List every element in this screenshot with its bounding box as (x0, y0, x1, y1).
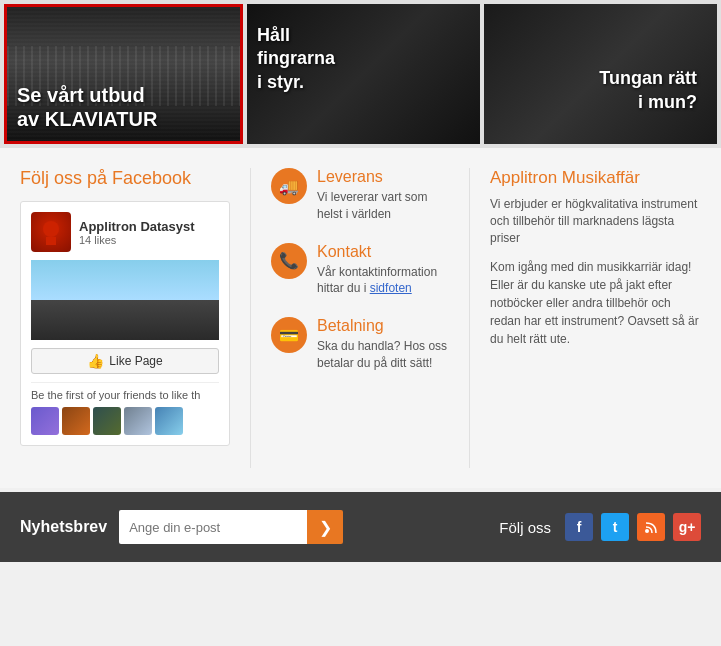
services-section: 🚚 Leverans Vi levererar vart som helst i… (250, 168, 470, 468)
follow-label: Följ oss (499, 519, 551, 536)
service-leverans-content: Leverans Vi levererar vart som helst i v… (317, 168, 449, 223)
about-section: Applitron Musikaffär Vi erbjuder er högk… (470, 168, 701, 468)
like-page-button[interactable]: 👍 Like Page (31, 348, 219, 374)
service-leverans-desc: Vi levererar vart som helst i världen (317, 189, 449, 223)
arrow-right-icon: ❯ (319, 518, 332, 537)
newsletter-label: Nyhetsbrev (20, 518, 107, 536)
rss-icon-svg (644, 520, 658, 534)
hero-banner-1[interactable]: Se vårt utbud av KLAVIATUR (4, 4, 243, 144)
fb-friend-avatars (31, 407, 219, 435)
banner3-text: Tungan rätt i mun? (484, 57, 707, 124)
service-betalning: 💳 Betalning Ska du handla? Hos oss betal… (271, 317, 449, 372)
hero-banner-3[interactable]: Tungan rätt i mun? (484, 4, 717, 144)
googleplus-social-icon[interactable]: g+ (673, 513, 701, 541)
service-leverans-title: Leverans (317, 168, 449, 186)
facebook-thumb-icon: 👍 (87, 353, 104, 369)
fb-cover-image (31, 260, 219, 340)
friend-avatar-1 (31, 407, 59, 435)
svg-rect-1 (46, 237, 56, 245)
social-section: Följ oss f t g+ (499, 513, 701, 541)
service-kontakt-content: Kontakt Vår kontaktinformation hittar du… (317, 243, 449, 298)
applitron-logo-icon (36, 217, 66, 247)
about-subtitle: Vi erbjuder er högkvalitativa instrument… (490, 196, 701, 246)
newsletter-submit-button[interactable]: ❯ (307, 510, 343, 544)
service-kontakt-title: Kontakt (317, 243, 449, 261)
banner1-text: Se vårt utbud av KLAVIATUR (7, 73, 240, 141)
friend-avatar-2 (62, 407, 90, 435)
facebook-widget: Applitron Datasyst 14 likes 👍 Like Page … (20, 201, 230, 446)
footer: Nyhetsbrev ❯ Följ oss f t g+ (0, 492, 721, 562)
service-kontakt: 📞 Kontakt Vår kontaktinformation hittar … (271, 243, 449, 298)
service-betalning-content: Betalning Ska du handla? Hos oss betalar… (317, 317, 449, 372)
fb-likes-count: 14 likes (79, 234, 195, 246)
svg-point-0 (43, 221, 59, 237)
fb-page-name: Applitron Datasyst (79, 219, 195, 234)
friend-avatar-4 (124, 407, 152, 435)
svg-point-2 (645, 529, 649, 533)
banner2-text: Håll fingrarna i styr. (247, 14, 480, 104)
rss-social-icon[interactable] (637, 513, 665, 541)
hero-banners: Se vårt utbud av KLAVIATUR Håll fingrarn… (0, 0, 721, 148)
payment-icon: 💳 (271, 317, 307, 353)
service-betalning-desc: Ska du handla? Hos oss betalar du på dit… (317, 338, 449, 372)
fb-page-info: Applitron Datasyst 14 likes (79, 219, 195, 246)
hero-banner-2[interactable]: Håll fingrarna i styr. (247, 4, 480, 144)
fb-promo-text: Be the first of your friends to like th (31, 382, 219, 401)
fb-header: Applitron Datasyst 14 likes (31, 212, 219, 252)
twitter-social-icon[interactable]: t (601, 513, 629, 541)
delivery-icon: 🚚 (271, 168, 307, 204)
email-input[interactable] (119, 510, 307, 544)
about-title: Applitron Musikaffär (490, 168, 701, 188)
fb-page-avatar (31, 212, 71, 252)
main-content: Följ oss på Facebook Applitron Datasyst … (0, 148, 721, 488)
about-body: Kom igång med din musikkarriär idag! Ell… (490, 258, 701, 348)
phone-icon: 📞 (271, 243, 307, 279)
friend-avatar-3 (93, 407, 121, 435)
facebook-section: Följ oss på Facebook Applitron Datasyst … (20, 168, 250, 468)
friend-avatar-5 (155, 407, 183, 435)
service-kontakt-desc: Vår kontaktinformation hittar du i sidfo… (317, 264, 449, 298)
facebook-title: Följ oss på Facebook (20, 168, 230, 189)
facebook-social-icon[interactable]: f (565, 513, 593, 541)
service-leverans: 🚚 Leverans Vi levererar vart som helst i… (271, 168, 449, 223)
sidfoten-link[interactable]: sidfoten (370, 281, 412, 295)
service-betalning-title: Betalning (317, 317, 449, 335)
